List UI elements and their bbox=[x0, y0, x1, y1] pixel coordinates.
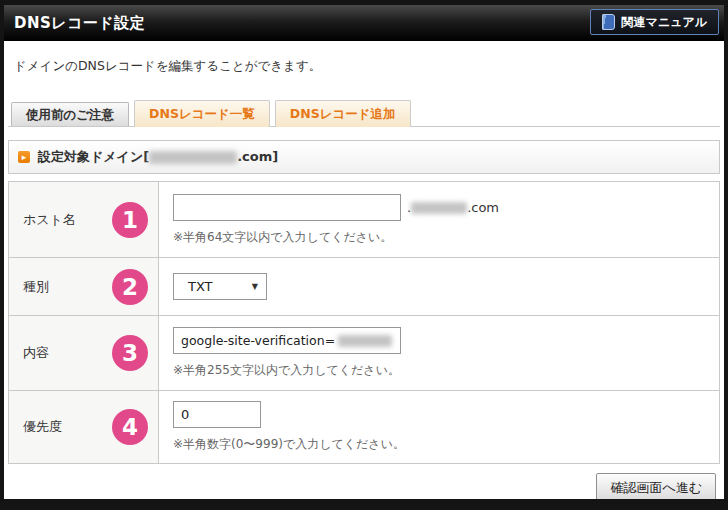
related-manual-button[interactable]: 関連マニュアル bbox=[590, 9, 719, 35]
hostname-field-cell: ..com ※半角64文字以内で入力してください。 bbox=[159, 182, 720, 258]
content-label: 内容 bbox=[23, 344, 49, 362]
footer-area: 確認画面へ進む bbox=[4, 464, 724, 499]
tab-dns-record-add-label: DNSレコード追加 bbox=[290, 106, 396, 121]
content-note: ※半角255文字以内で入力してください。 bbox=[173, 362, 709, 379]
tab-precautions-label: 使用前のご注意 bbox=[26, 107, 114, 122]
hostname-note: ※半角64文字以内で入力してください。 bbox=[173, 229, 709, 246]
step-3-badge: 3 bbox=[112, 335, 148, 371]
priority-note: ※半角数字(0〜999)で入力してください。 bbox=[173, 436, 709, 453]
tab-dns-record-list[interactable]: DNSレコード一覧 bbox=[134, 100, 270, 127]
priority-label: 優先度 bbox=[23, 418, 62, 436]
hostname-domain-suffix: ..com bbox=[407, 200, 499, 215]
target-domain-header: ▸ 設定対象ドメイン[.com] bbox=[8, 140, 720, 174]
priority-field-cell: ※半角数字(0〜999)で入力してください。 bbox=[159, 391, 720, 464]
redacted-domain-suffix bbox=[411, 202, 467, 214]
hostname-label: ホスト名 bbox=[23, 211, 76, 229]
related-manual-label: 関連マニュアル bbox=[622, 14, 707, 31]
title-bar: DNSレコード設定 関連マニュアル bbox=[4, 5, 724, 41]
table-row-content: 内容 3 google-site-verification= ※半角255文字以… bbox=[9, 316, 720, 391]
tab-dns-record-add[interactable]: DNSレコード追加 bbox=[275, 100, 411, 127]
suffix-tail: .com bbox=[467, 200, 499, 215]
hostname-input[interactable] bbox=[173, 194, 401, 221]
target-domain-prefix: 設定対象ドメイン[ bbox=[38, 149, 149, 164]
hostname-label-cell: ホスト名 1 bbox=[9, 182, 159, 258]
priority-input[interactable] bbox=[173, 401, 261, 428]
tab-strip: 使用前のご注意 DNSレコード一覧 DNSレコード追加 bbox=[8, 100, 720, 127]
table-row-priority: 優先度 4 ※半角数字(0〜999)で入力してください。 bbox=[9, 391, 720, 464]
record-type-select[interactable]: TXT ▼ bbox=[173, 273, 267, 300]
content-label-cell: 内容 3 bbox=[9, 316, 159, 391]
manual-book-icon bbox=[602, 14, 615, 30]
dns-record-form-table: ホスト名 1 ..com ※半角64文字以内で入力してください。 bbox=[8, 181, 720, 464]
intro-text: ドメインのDNSレコードを編集することができます。 bbox=[14, 58, 724, 75]
type-label: 種別 bbox=[23, 278, 49, 296]
step-4-badge: 4 bbox=[112, 409, 148, 445]
target-domain-suffix: .com] bbox=[237, 149, 278, 164]
type-field-cell: TXT ▼ bbox=[159, 258, 720, 316]
tab-dns-record-list-label: DNSレコード一覧 bbox=[149, 106, 255, 121]
step-2-badge: 2 bbox=[112, 269, 148, 305]
record-type-value: TXT bbox=[188, 279, 213, 294]
type-label-cell: 種別 2 bbox=[9, 258, 159, 316]
redacted-verification-code bbox=[338, 335, 392, 347]
table-row-type: 種別 2 TXT ▼ bbox=[9, 258, 720, 316]
redacted-domain bbox=[149, 151, 237, 164]
content-input-value: google-site-verification= bbox=[181, 333, 335, 348]
section-marker-icon: ▸ bbox=[18, 151, 30, 163]
page-frame: DNSレコード設定 関連マニュアル ドメインのDNSレコードを編集することができ… bbox=[0, 0, 728, 510]
content-input[interactable]: google-site-verification= bbox=[173, 327, 401, 354]
tab-precautions[interactable]: 使用前のご注意 bbox=[11, 102, 129, 126]
table-row-hostname: ホスト名 1 ..com ※半角64文字以内で入力してください。 bbox=[9, 182, 720, 258]
page-content: DNSレコード設定 関連マニュアル ドメインのDNSレコードを編集することができ… bbox=[4, 5, 724, 499]
target-domain-text: 設定対象ドメイン[.com] bbox=[38, 148, 278, 166]
priority-label-cell: 優先度 4 bbox=[9, 391, 159, 464]
content-field-cell: google-site-verification= ※半角255文字以内で入力し… bbox=[159, 316, 720, 391]
proceed-to-confirmation-button[interactable]: 確認画面へ進む bbox=[596, 473, 716, 499]
dropdown-arrow-icon: ▼ bbox=[252, 282, 258, 291]
step-1-badge: 1 bbox=[112, 202, 148, 238]
